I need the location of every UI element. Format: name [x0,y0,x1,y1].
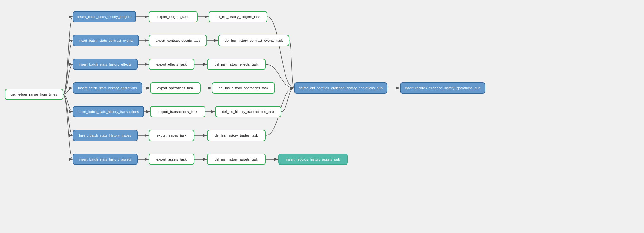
node-insert_records_history_assets_pub[interactable]: insert_records_history_assets_pub [278,154,348,165]
node-export_ledgers_task[interactable]: export_ledgers_task [149,11,198,22]
edge-get_ledger_range_from_times-insert_batch_stats_history_transactions [63,94,73,112]
node-insert_batch_stats_history_operations[interactable]: insert_batch_stats_history_operations [73,82,142,94]
node-del_ins_history_contract_events_task[interactable]: del_ins_history_contract_events_task [218,35,289,46]
edge-get_ledger_range_from_times-insert_batch_stats_history_ledgers [63,17,73,94]
node-insert_batch_stats_history_assets[interactable]: insert_batch_stats_history_assets [73,154,138,165]
edge-del_ins_history_ledgers_task-delete_old_partition_enriched_history_operations_pub [267,17,294,88]
node-del_ins_history_operations_task[interactable]: del_ins_history_operations_task [212,82,275,94]
node-export_trades_task[interactable]: export_trades_task [149,130,194,141]
node-del_ins_history_trades_task[interactable]: del_ins_history_trades_task [207,130,266,141]
node-export_effects_task[interactable]: export_effects_task [149,59,194,70]
edge-del_ins_history_transactions_task-delete_old_partition_enriched_history_operations_pub [281,88,294,112]
node-export_assets_task[interactable]: export_assets_task [149,154,194,165]
node-insert_batch_stats_contract_events[interactable]: insert_batch_stats_contract_events [73,35,139,46]
node-export_contract_events_task[interactable]: export_contract_events_task [149,35,207,46]
node-export_operations_task[interactable]: export_operations_task [150,82,201,94]
node-insert_batch_stats_history_transactions[interactable]: insert_batch_stats_history_transactions [73,106,144,117]
node-insert_records_enriched_history_operations_pub[interactable]: insert_records_enriched_history_operatio… [400,82,485,94]
node-delete_old_partition_enriched_history_operations_pub[interactable]: delete_old_partition_enriched_history_op… [294,82,387,94]
node-del_ins_history_assets_task[interactable]: del_ins_history_assets_task [207,154,266,165]
edge-get_ledger_range_from_times-insert_batch_stats_history_operations [63,88,73,94]
node-del_ins_history_effects_task[interactable]: del_ins_history_effects_task [207,59,266,70]
edge-get_ledger_range_from_times-insert_batch_stats_history_trades [63,94,73,135]
node-del_ins_history_transactions_task[interactable]: del_ins_history_transactions_task [215,106,281,117]
node-export_transactions_task[interactable]: export_transactions_task [150,106,205,117]
edge-get_ledger_range_from_times-insert_batch_stats_history_effects [63,64,73,94]
edge-get_ledger_range_from_times-insert_batch_stats_contract_events [63,41,73,94]
dag-container: get_ledger_range_from_timesinsert_batch_… [0,0,644,233]
node-insert_batch_stats_history_effects[interactable]: insert_batch_stats_history_effects [73,59,138,70]
node-del_ins_history_ledgers_task[interactable]: del_ins_history_ledgers_task [209,11,267,22]
node-insert_batch_stats_history_ledgers[interactable]: insert_batch_stats_history_ledgers [73,11,136,22]
node-insert_batch_stats_history_trades[interactable]: insert_batch_stats_history_trades [73,130,138,141]
edge-del_ins_history_contract_events_task-delete_old_partition_enriched_history_operations_pub [289,41,294,88]
node-get_ledger_range_from_times[interactable]: get_ledger_range_from_times [5,89,63,100]
edge-get_ledger_range_from_times-insert_batch_stats_history_assets [63,94,73,159]
